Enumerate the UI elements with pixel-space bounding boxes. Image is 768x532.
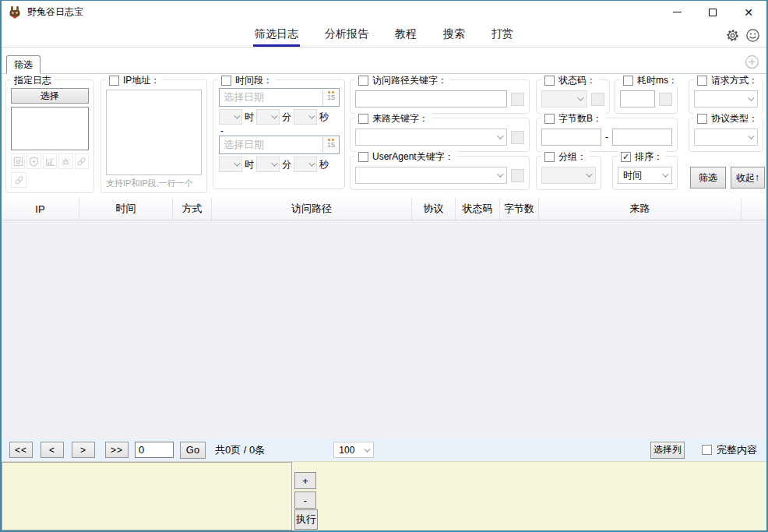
- referer-checkbox[interactable]: [358, 114, 368, 124]
- log-stats-button[interactable]: [43, 153, 57, 169]
- nav-tab-tutorial[interactable]: 教程: [393, 23, 418, 47]
- tab-filter[interactable]: 筛选: [6, 55, 41, 74]
- last-page-button[interactable]: >>: [105, 442, 129, 458]
- sort-select[interactable]: 时间: [618, 167, 672, 184]
- select-columns-button[interactable]: 选择列: [650, 442, 685, 459]
- column-header-time[interactable]: 时间: [79, 198, 173, 220]
- request-method-select[interactable]: [694, 90, 758, 107]
- column-header-path[interactable]: 访问路径: [212, 198, 412, 220]
- path-keyword-input[interactable]: [355, 90, 507, 107]
- nav-icon-group: [725, 23, 760, 47]
- protocol-checkbox[interactable]: [697, 114, 707, 124]
- start-minute-select[interactable]: [256, 109, 280, 125]
- start-second-select[interactable]: [294, 109, 317, 125]
- go-button[interactable]: Go: [180, 442, 206, 459]
- link-icon: [76, 156, 87, 167]
- grouping-select[interactable]: [541, 167, 596, 184]
- sort-label: 排序：: [635, 150, 663, 164]
- end-second-select[interactable]: [294, 157, 317, 172]
- minute-label: 分: [282, 158, 291, 171]
- end-date-input[interactable]: 选择日期 15: [219, 136, 340, 154]
- log-link-button-2[interactable]: [11, 172, 26, 188]
- nav-tab-analysis-report[interactable]: 分析报告: [323, 23, 370, 47]
- group-path-keyword: 访问路径关键字：: [350, 79, 530, 114]
- close-button[interactable]: ✕: [731, 1, 766, 23]
- gear-icon[interactable]: [725, 28, 740, 43]
- method-checkbox[interactable]: [697, 76, 707, 86]
- status-code-select[interactable]: [541, 90, 587, 107]
- column-header-ip[interactable]: IP: [2, 198, 79, 220]
- log-spider-button[interactable]: [58, 153, 72, 169]
- log-report-icon: [12, 156, 24, 167]
- log-report-button[interactable]: [11, 153, 25, 169]
- status-checkbox[interactable]: [544, 76, 555, 86]
- time-checkbox[interactable]: [221, 76, 231, 86]
- nav-tab-search[interactable]: 搜索: [442, 23, 467, 47]
- chevron-down-icon: [662, 171, 668, 177]
- prev-page-button[interactable]: <: [41, 442, 64, 458]
- collapse-button[interactable]: 收起↑: [731, 167, 765, 188]
- full-content-checkbox[interactable]: [702, 445, 712, 455]
- protocol-type-select[interactable]: [694, 129, 758, 146]
- status-options-button[interactable]: [591, 93, 604, 106]
- console-plus-button[interactable]: +: [294, 472, 316, 489]
- useragent-options-button[interactable]: [511, 169, 524, 182]
- grouping-checkbox[interactable]: [544, 152, 555, 162]
- smiley-icon[interactable]: [745, 28, 760, 43]
- start-date-input[interactable]: 选择日期 15: [219, 88, 340, 107]
- log-link-button-1[interactable]: [75, 153, 89, 169]
- bytes-min-input[interactable]: [541, 129, 601, 146]
- filter-button[interactable]: 筛选: [690, 167, 726, 188]
- ip-checkbox[interactable]: [109, 76, 119, 86]
- results-table-body[interactable]: [2, 220, 766, 439]
- select-log-button[interactable]: 选择: [11, 88, 89, 104]
- path-checkbox[interactable]: [358, 76, 368, 86]
- add-tab-icon[interactable]: [745, 55, 759, 69]
- nav-tab-filter-logs[interactable]: 筛选日志: [253, 23, 300, 47]
- column-header-bytes[interactable]: 字节数: [500, 198, 539, 220]
- log-listbox[interactable]: [11, 107, 89, 150]
- bytes-max-input[interactable]: [612, 129, 672, 146]
- column-header-referer[interactable]: 来路: [539, 198, 742, 220]
- useragent-checkbox[interactable]: [358, 152, 368, 162]
- start-hour-select[interactable]: [219, 109, 242, 125]
- minimize-button[interactable]: [659, 1, 695, 23]
- path-options-button[interactable]: [511, 93, 524, 106]
- group-time-label: 时间段：: [218, 74, 276, 87]
- ip-textarea[interactable]: [106, 90, 202, 175]
- group-elapsed-ms: 耗时ms：: [615, 79, 678, 114]
- console-input-area[interactable]: [2, 462, 292, 530]
- page-size-select[interactable]: 100: [333, 442, 374, 458]
- column-header-protocol[interactable]: 协议: [412, 198, 456, 220]
- page-number-input[interactable]: [135, 442, 174, 458]
- useragent-keyword-select[interactable]: [355, 167, 507, 184]
- calendar-icon[interactable]: 15: [322, 90, 339, 105]
- log-security-button[interactable]: [26, 153, 41, 169]
- column-header-method[interactable]: 方式: [173, 198, 212, 220]
- nav-tab-donate[interactable]: 打赏: [490, 23, 515, 47]
- first-page-button[interactable]: <<: [9, 442, 33, 458]
- column-header-status[interactable]: 状态码: [456, 198, 500, 220]
- console-minus-button[interactable]: -: [294, 491, 316, 509]
- referer-options-button[interactable]: [511, 131, 524, 144]
- sort-select-value: 时间: [623, 169, 642, 182]
- chevron-down-icon: [364, 446, 370, 452]
- maximize-button[interactable]: [695, 1, 731, 23]
- end-hour-select[interactable]: [219, 157, 242, 172]
- group-ip: IP地址： 支持IP和IP段,一行一个: [100, 79, 207, 193]
- bytes-checkbox[interactable]: [544, 114, 555, 124]
- results-table-header: IP 时间 方式 访问路径 协议 状态码 字节数 来路: [2, 198, 766, 220]
- sort-checkbox[interactable]: [621, 152, 631, 162]
- referer-keyword-select[interactable]: [355, 129, 507, 146]
- console-execute-button[interactable]: 执行: [294, 509, 318, 530]
- chart-icon: [44, 156, 56, 167]
- elapsed-options-button[interactable]: [659, 93, 672, 106]
- protocol-label: 协议类型：: [711, 112, 758, 125]
- minimize-icon: [673, 12, 682, 12]
- calendar-icon[interactable]: 15: [322, 137, 339, 153]
- end-minute-select[interactable]: [256, 157, 280, 172]
- elapsed-ms-input[interactable]: [620, 90, 655, 107]
- group-specify-log-label: 指定日志: [11, 74, 55, 87]
- next-page-button[interactable]: >: [72, 442, 95, 458]
- elapsed-checkbox[interactable]: [623, 76, 633, 86]
